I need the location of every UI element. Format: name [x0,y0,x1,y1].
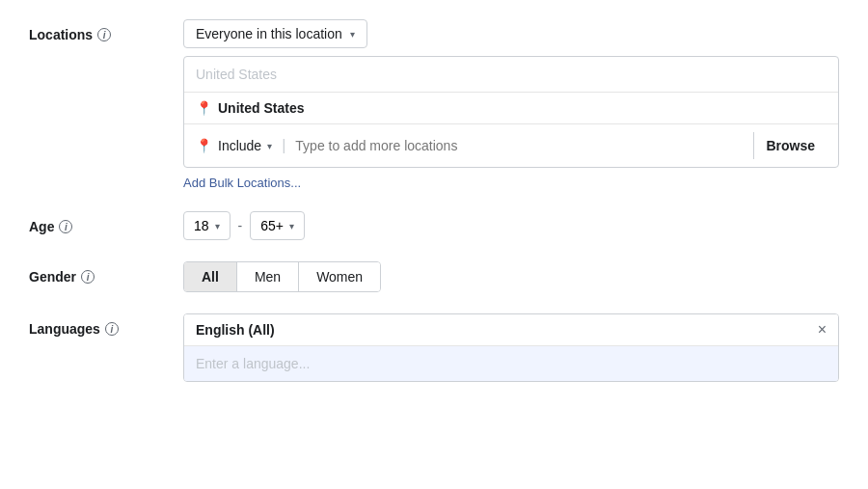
remove-language-button[interactable]: × [818,322,827,338]
location-type-dropdown[interactable]: Everyone in this location ▾ [183,19,367,48]
language-input[interactable] [184,346,838,381]
age-max-arrow-icon: ▾ [289,221,294,231]
age-label: Age i [29,211,183,234]
locations-row: Locations i Everyone in this location ▾ … [29,19,839,190]
gender-controls: All Men Women [183,261,381,292]
dropdown-arrow-icon: ▾ [350,29,355,40]
gender-women-button[interactable]: Women [299,262,380,291]
age-row: Age i 18 ▾ - 65+ ▾ [29,211,839,240]
location-tag-row: 📍 United States [184,93,838,124]
gender-label: Gender i [29,261,183,285]
gender-info-icon[interactable]: i [81,270,95,284]
gender-content: All Men Women [183,261,839,292]
locations-info-icon[interactable]: i [97,28,111,41]
location-type-value: Everyone in this location [196,26,342,41]
gender-row: Gender i All Men Women [29,261,839,292]
include-divider: | [282,137,285,154]
location-box: United States 📍 United States 📍 Include … [183,56,839,168]
include-dropdown-arrow-icon: ▾ [267,141,272,151]
location-search-area: United States [184,57,838,93]
age-min-arrow-icon: ▾ [215,221,220,231]
age-content: 18 ▾ - 65+ ▾ [183,211,839,240]
include-button[interactable]: 📍 Include ▾ [196,138,272,153]
browse-button[interactable]: Browse [753,132,827,159]
languages-content: English (All) × [183,313,839,382]
languages-row: Languages i English (All) × [29,313,839,382]
include-pin-icon: 📍 [196,138,212,153]
include-row: 📍 Include ▾ | Browse [184,124,838,167]
age-controls: 18 ▾ - 65+ ▾ [183,211,839,240]
age-max-dropdown[interactable]: 65+ ▾ [250,211,305,240]
location-type-input[interactable] [295,138,753,153]
gender-men-button[interactable]: Men [237,262,299,291]
age-min-value: 18 [194,218,209,233]
age-separator: - [238,218,243,233]
location-search-placeholder: United States [196,67,277,82]
selected-language-tag: English (All) [196,322,275,338]
languages-label: Languages i [29,313,183,337]
language-tag-row: English (All) × [184,314,838,346]
age-min-dropdown[interactable]: 18 ▾ [183,211,231,240]
selected-location-tag: United States [218,100,304,116]
languages-info-icon[interactable]: i [105,322,119,336]
gender-all-button[interactable]: All [184,262,237,291]
locations-content: Everyone in this location ▾ United State… [183,19,839,190]
age-max-value: 65+ [260,218,284,233]
add-bulk-locations-link[interactable]: Add Bulk Locations... [183,176,301,190]
pin-icon: 📍 [196,100,212,116]
languages-box: English (All) × [183,313,839,382]
include-label: Include [218,138,261,153]
locations-label: Locations i [29,19,183,42]
age-info-icon[interactable]: i [59,220,72,233]
